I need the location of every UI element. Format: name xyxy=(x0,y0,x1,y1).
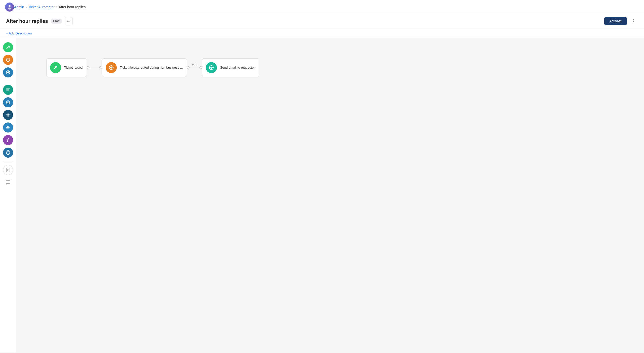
trigger-node-label: Ticket raised xyxy=(64,65,83,70)
connector-2: YES xyxy=(187,66,202,69)
connector-circle-left-1 xyxy=(87,66,89,69)
activate-button[interactable]: Activate xyxy=(604,17,627,25)
sidebar-divider xyxy=(3,81,13,81)
edit-icon: ✏ xyxy=(67,19,70,23)
svg-point-17 xyxy=(9,114,10,115)
sidebar-item-timer[interactable] xyxy=(3,148,13,158)
sidebar-item-doc[interactable] xyxy=(3,165,13,175)
svg-point-16 xyxy=(6,114,7,115)
breadcrumb-admin[interactable]: Admin xyxy=(14,5,24,9)
action-node-label: Send email to requester xyxy=(220,65,255,70)
condition-node-label: Ticket fields.created during non-busines… xyxy=(120,65,183,70)
condition-node[interactable]: Ticket fields.created during non-busines… xyxy=(102,58,187,77)
workflow-canvas: Ticket raised Ticket fields.created duri… xyxy=(16,38,644,352)
connector-circle-left-2 xyxy=(187,66,190,69)
svg-point-13 xyxy=(7,114,9,116)
svg-rect-6 xyxy=(6,91,9,91)
page-header: After hour replies Draft ✏ Activate ⋮ xyxy=(0,14,644,28)
svg-point-1 xyxy=(8,8,11,10)
connector-circle-right-2 xyxy=(200,66,202,69)
connector-1 xyxy=(87,66,102,69)
connector-line-1 xyxy=(89,68,99,68)
edit-button[interactable]: ✏ xyxy=(65,17,73,25)
sidebar-item-assign[interactable] xyxy=(3,97,13,107)
sidebar: ƒ xyxy=(0,38,16,352)
action-node-icon xyxy=(206,62,217,73)
sidebar-divider-2 xyxy=(3,161,13,161)
avatar xyxy=(5,3,14,12)
svg-point-14 xyxy=(8,113,9,114)
breadcrumb-automator[interactable]: Ticket Automator xyxy=(28,5,55,9)
add-description-link[interactable]: + Add Description xyxy=(6,31,32,35)
status-badge: Draft xyxy=(51,19,62,24)
trigger-node-icon xyxy=(50,62,61,73)
svg-point-15 xyxy=(8,116,9,117)
sidebar-item-action[interactable] xyxy=(3,67,13,77)
condition-node-icon xyxy=(106,62,117,73)
page-title: After hour replies xyxy=(6,18,48,24)
svg-rect-5 xyxy=(6,90,9,90)
add-description-bar: + Add Description xyxy=(0,28,644,38)
sidebar-item-chat[interactable] xyxy=(3,178,13,188)
topbar: Admin › Ticket Automator › After hour re… xyxy=(0,0,644,14)
sidebar-item-cloud[interactable] xyxy=(3,122,13,133)
connector-circle-right-1 xyxy=(99,66,102,69)
more-options-button[interactable]: ⋮ xyxy=(629,17,638,25)
sidebar-item-hub[interactable] xyxy=(3,110,13,120)
main-layout: ƒ xyxy=(0,38,644,352)
sidebar-item-query[interactable] xyxy=(3,85,13,95)
svg-point-0 xyxy=(9,5,11,7)
svg-rect-4 xyxy=(6,89,10,89)
sidebar-item-formula[interactable]: ƒ xyxy=(3,135,13,145)
trigger-node[interactable]: Ticket raised xyxy=(46,58,87,77)
sidebar-item-trigger[interactable] xyxy=(3,42,13,52)
connector-label-yes: YES xyxy=(192,64,197,67)
svg-point-8 xyxy=(7,102,9,103)
breadcrumb-current: After hour replies xyxy=(59,5,86,9)
connector-line-2: YES xyxy=(190,68,200,68)
breadcrumb: Admin › Ticket Automator › After hour re… xyxy=(14,5,86,9)
sidebar-item-condition[interactable] xyxy=(3,55,13,65)
workflow: Ticket raised Ticket fields.created duri… xyxy=(46,58,259,77)
svg-marker-24 xyxy=(8,169,9,171)
action-node[interactable]: Send email to requester xyxy=(202,58,259,77)
